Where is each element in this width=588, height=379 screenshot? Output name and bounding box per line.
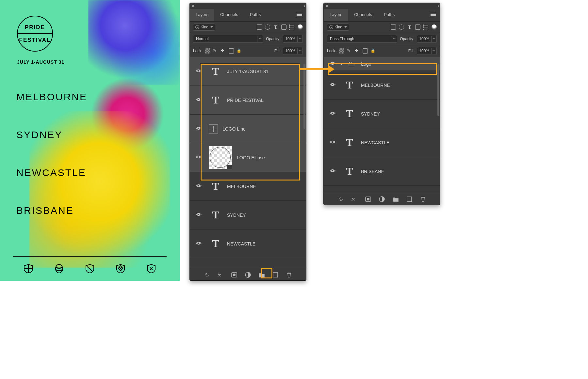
visibility-toggle[interactable] [327,110,338,117]
layer-row[interactable]: T NEWCASTLE [190,229,306,258]
city-sydney: SYDNEY [16,129,87,140]
visibility-toggle[interactable] [193,183,204,190]
panel-menu-icon[interactable] [427,9,440,21]
tab-channels[interactable]: Channels [348,9,378,21]
filter-shape-icon[interactable] [415,24,420,30]
filter-adjustment-icon[interactable] [265,24,270,30]
chevron-down-icon[interactable]: ﹀ [297,48,302,54]
scrollbar[interactable] [437,64,439,116]
svg-point-4 [198,156,200,158]
link-layers-icon[interactable] [204,272,210,278]
visibility-toggle[interactable] [327,82,338,88]
opacity-label: Opacity: [400,37,414,41]
fill-input[interactable]: 100% ﹀ [283,47,303,55]
lock-pixels-icon[interactable]: ✎ [347,48,352,54]
folder-icon: 🗀 [345,57,358,71]
tab-layers[interactable]: Layers [190,9,214,21]
new-layer-icon[interactable] [406,196,412,202]
visibility-toggle[interactable] [193,240,204,247]
layer-row[interactable]: T SYDNEY [324,100,440,128]
mask-icon[interactable] [231,272,237,278]
lock-pixels-icon[interactable]: ✎ [213,48,218,54]
fill-input[interactable]: 100% ﹀ [417,47,437,55]
lock-transparency-icon[interactable] [339,48,344,54]
filter-smartobject-icon[interactable] [423,24,429,30]
chevron-down-icon[interactable]: ﹀ [297,36,302,42]
chevron-down-icon[interactable]: ﹀ [431,36,436,42]
layer-row[interactable]: LOGO Line [190,115,306,143]
lock-all-icon[interactable]: 🔒 [237,48,242,54]
visibility-toggle[interactable] [193,97,204,103]
filter-pixel-icon[interactable] [257,24,262,30]
layer-row[interactable]: T JULY 1-AUGUST 31 [190,57,306,86]
panel-titlebar[interactable] [324,3,440,9]
lock-label: Lock: [193,49,203,53]
delete-icon[interactable] [420,196,426,202]
visibility-toggle[interactable] [193,212,204,218]
fx-icon[interactable]: fx [218,272,223,278]
scrollbar[interactable] [303,64,305,129]
layer-group-row[interactable]: › 🗀 Logo [324,57,440,71]
opacity-input[interactable]: 100% ﹀ [417,35,437,43]
opacity-input[interactable]: 100% ﹀ [283,35,303,43]
expand-chevron-icon[interactable]: › [341,61,342,66]
filter-smartobject-icon[interactable] [289,24,295,30]
layer-name: JULY 1-AUGUST 31 [227,69,269,74]
text-layer-icon: T [343,136,356,150]
adjustment-icon[interactable] [379,196,385,202]
visibility-toggle[interactable] [327,168,338,175]
layer-row[interactable]: T MELBOURNE [324,71,440,100]
filter-shape-icon[interactable] [281,24,286,30]
blend-mode-dropdown[interactable]: Pass Through ﹀ [327,35,397,43]
lock-artboard-icon[interactable] [229,48,234,54]
filter-kind-dropdown[interactable]: Kind [193,24,215,31]
new-group-icon[interactable] [393,196,399,202]
layer-row[interactable]: LOGO Ellipse [190,143,306,172]
layer-row[interactable]: T MELBOURNE [190,172,306,201]
panel-titlebar[interactable] [190,3,306,9]
fill-label: Fill: [408,49,415,53]
new-group-icon[interactable] [259,272,265,278]
lock-transparency-icon[interactable] [205,48,210,54]
layer-row[interactable]: T PRIDE FESTIVAL [190,86,306,115]
link-layers-icon[interactable] [338,196,344,202]
lock-position-icon[interactable]: ✥ [221,48,226,54]
layer-row[interactable]: T NEWCASTLE [324,128,440,157]
filter-adjustment-icon[interactable] [399,24,404,30]
tab-channels[interactable]: Channels [214,9,244,21]
chevron-down-icon[interactable]: ﹀ [431,48,436,54]
filter-kind-dropdown[interactable]: Kind [327,24,349,31]
visibility-toggle[interactable] [327,139,338,146]
tab-paths[interactable]: Paths [378,9,400,21]
blend-mode-dropdown[interactable]: Normal ﹀ [193,35,263,43]
collapse-icon[interactable] [304,4,304,8]
collapse-icon[interactable] [438,4,438,8]
visibility-toggle[interactable] [193,68,204,75]
tab-layers[interactable]: Layers [324,9,348,21]
tab-paths[interactable]: Paths [244,9,267,21]
adjustment-icon[interactable] [245,272,251,278]
filter-type-icon[interactable]: T [407,24,412,30]
visibility-toggle[interactable] [193,154,204,161]
filter-pixel-icon[interactable] [391,24,396,30]
filter-toggle-icon[interactable] [298,24,303,30]
lock-artboard-icon[interactable] [363,48,368,54]
new-layer-icon[interactable] [272,272,278,278]
layer-row[interactable]: T BRISBANE [324,157,440,186]
shape-layer-icon [209,124,218,134]
filter-toggle-icon[interactable] [432,24,437,30]
delete-icon[interactable] [286,272,292,278]
close-icon[interactable] [192,3,194,8]
mask-icon[interactable] [365,196,371,202]
panel-tabs: Layers Channels Paths [190,9,306,22]
lock-position-icon[interactable]: ✥ [355,48,360,54]
layer-row[interactable]: T SYDNEY [190,201,306,229]
layer-list: T JULY 1-AUGUST 31 T PRIDE FESTIVAL LOGO… [190,57,306,258]
close-icon[interactable] [326,3,328,8]
filter-type-icon[interactable]: T [273,24,278,30]
visibility-toggle[interactable] [193,125,204,132]
layer-name: LOGO Ellipse [237,155,265,160]
panel-menu-icon[interactable] [293,9,306,21]
fx-icon[interactable]: fx [351,196,357,202]
lock-all-icon[interactable]: 🔒 [370,48,376,54]
